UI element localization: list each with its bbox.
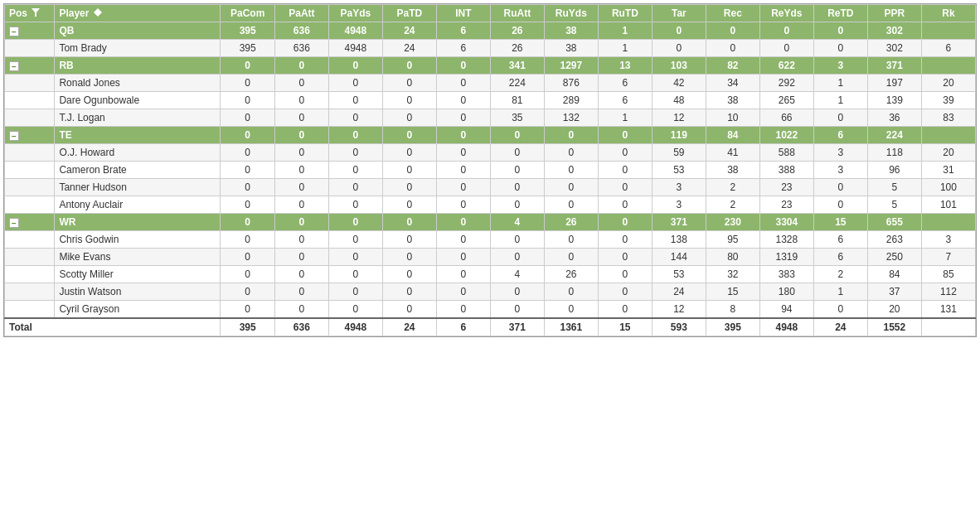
player-stat-col-2: 0 — [328, 301, 382, 319]
player-stat-col-10: 94 — [759, 301, 813, 319]
group-row-qb: −QB3956364948246263810000302 — [5, 22, 976, 40]
total-stat-col-7: 15 — [598, 318, 652, 336]
player-stat-col-5: 0 — [490, 196, 544, 214]
player-stat-col-0: 0 — [221, 75, 274, 92]
col-header-payds[interactable]: PaYds — [328, 5, 382, 22]
player-stat-col-13: 101 — [921, 196, 975, 214]
player-stat-col-2: 0 — [328, 144, 382, 162]
group-total-col-1: 0 — [274, 57, 328, 75]
player-stat-col-11: 1 — [813, 75, 867, 92]
player-name-cell: Ronald Jones — [55, 75, 221, 92]
player-stat-col-11: 3 — [813, 144, 867, 162]
table-row: Cyril Grayson0000000012894020131 — [5, 301, 976, 319]
col-header-reyds[interactable]: ReYds — [759, 5, 813, 22]
group-total-col-1: 636 — [274, 22, 328, 40]
col-header-player[interactable]: Player — [55, 5, 221, 22]
col-header-ruatt[interactable]: RuAtt — [490, 5, 544, 22]
player-pos-cell — [5, 283, 55, 301]
table-row: Antony Auclair00000000322305101 — [5, 196, 976, 214]
player-stat-col-3: 0 — [382, 231, 436, 249]
player-stat-col-3: 24 — [382, 40, 436, 57]
player-stat-col-9: 10 — [706, 109, 759, 127]
player-stat-col-8: 138 — [652, 231, 706, 249]
player-name-cell: Chris Godwin — [55, 231, 221, 249]
col-header-int[interactable]: INT — [436, 5, 490, 22]
player-stat-col-10: 0 — [759, 40, 813, 57]
player-stat-col-6: 38 — [544, 40, 598, 57]
col-header-rutd[interactable]: RuTD — [598, 5, 652, 22]
player-stat-col-9: 0 — [706, 40, 759, 57]
player-stat-col-6: 0 — [544, 283, 598, 301]
player-stat-col-12: 197 — [867, 75, 921, 92]
col-header-tar[interactable]: Tar — [652, 5, 706, 22]
group-total-col-2: 0 — [328, 127, 382, 144]
group-name-cell: QB — [55, 22, 221, 40]
group-total-col-1: 0 — [274, 127, 328, 144]
total-stat-col-6: 1361 — [544, 318, 598, 336]
sort-icon[interactable] — [94, 7, 102, 19]
player-stat-col-4: 0 — [436, 92, 490, 109]
player-stat-col-11: 0 — [813, 301, 867, 319]
player-stat-col-5: 0 — [490, 301, 544, 319]
player-name-cell: Cameron Brate — [55, 162, 221, 179]
player-stat-col-12: 20 — [867, 301, 921, 319]
collapse-icon[interactable]: − — [9, 61, 19, 71]
player-pos-cell — [5, 249, 55, 266]
col-header-retd[interactable]: ReTD — [813, 5, 867, 22]
group-pos-cell: − — [5, 214, 55, 231]
player-name-cell: Cyril Grayson — [55, 301, 221, 319]
col-header-ppr[interactable]: PPR — [867, 5, 921, 22]
collapse-icon[interactable]: − — [9, 131, 19, 141]
col-header-rec[interactable]: Rec — [706, 5, 759, 22]
player-stat-col-6: 0 — [544, 144, 598, 162]
total-stat-col-10: 4948 — [759, 318, 813, 336]
col-header-pos[interactable]: Pos — [5, 5, 55, 22]
player-stat-col-0: 0 — [221, 266, 274, 283]
group-total-col-5: 341 — [490, 57, 544, 75]
player-stat-col-1: 0 — [274, 266, 328, 283]
player-stat-col-8: 53 — [652, 266, 706, 283]
group-total-col-2: 4948 — [328, 22, 382, 40]
player-stat-col-4: 0 — [436, 196, 490, 214]
player-stat-col-11: 6 — [813, 231, 867, 249]
group-total-col-6: 0 — [544, 127, 598, 144]
player-stat-col-0: 0 — [221, 283, 274, 301]
col-header-ruyds[interactable]: RuYds — [544, 5, 598, 22]
player-stat-col-3: 0 — [382, 301, 436, 319]
col-header-rk[interactable]: Rk — [921, 5, 975, 22]
collapse-icon[interactable]: − — [9, 27, 19, 36]
player-pos-cell — [5, 179, 55, 196]
group-row-rb: −RB00000341129713103826223371 — [5, 57, 976, 75]
stats-table: Pos Player PaCom PaAtt PaYds PaTD INT Ru… — [4, 4, 976, 336]
group-total-col-9: 84 — [706, 127, 759, 144]
player-stat-col-2: 0 — [328, 179, 382, 196]
player-stat-col-2: 0 — [328, 162, 382, 179]
group-total-col-10: 1022 — [759, 127, 813, 144]
col-header-pacom[interactable]: PaCom — [221, 5, 274, 22]
player-stat-col-0: 0 — [221, 249, 274, 266]
player-stat-col-10: 23 — [759, 179, 813, 196]
player-stat-col-12: 139 — [867, 92, 921, 109]
group-total-col-3: 24 — [382, 22, 436, 40]
col-header-patd[interactable]: PaTD — [382, 5, 436, 22]
player-stat-col-7: 0 — [598, 144, 652, 162]
collapse-icon[interactable]: − — [9, 218, 19, 228]
player-stat-col-8: 12 — [652, 109, 706, 127]
player-stat-col-12: 37 — [867, 283, 921, 301]
player-stat-col-1: 0 — [274, 144, 328, 162]
player-stat-col-3: 0 — [382, 109, 436, 127]
player-stat-col-11: 6 — [813, 249, 867, 266]
player-stat-col-5: 224 — [490, 75, 544, 92]
player-stat-col-12: 96 — [867, 162, 921, 179]
player-stat-col-9: 2 — [706, 196, 759, 214]
player-stat-col-4: 0 — [436, 109, 490, 127]
player-stat-col-3: 0 — [382, 266, 436, 283]
player-stat-col-8: 0 — [652, 40, 706, 57]
table-row: Justin Watson000000002415180137112 — [5, 283, 976, 301]
player-stat-col-3: 0 — [382, 144, 436, 162]
player-stat-col-12: 250 — [867, 249, 921, 266]
player-pos-cell — [5, 196, 55, 214]
filter-icon[interactable] — [32, 7, 40, 19]
col-header-paatt[interactable]: PaAtt — [274, 5, 328, 22]
player-stat-col-12: 5 — [867, 179, 921, 196]
